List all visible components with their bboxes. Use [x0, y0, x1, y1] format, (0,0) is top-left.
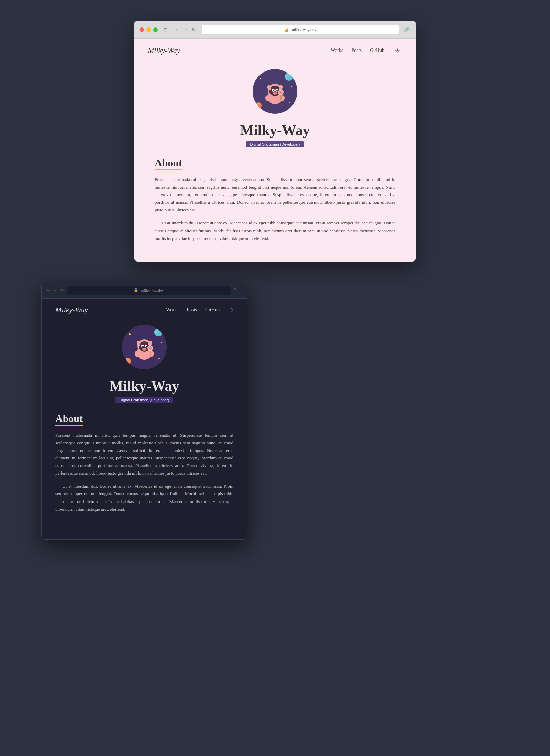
light-about-heading: About — [155, 157, 182, 170]
light-paragraph-1: Praesent malesuada mi nisi, quis tempus … — [155, 176, 395, 214]
dark-nav-posts[interactable]: Posts — [187, 307, 197, 313]
svg-point-5 — [273, 90, 274, 91]
svg-point-14 — [279, 91, 283, 94]
dark-back-button[interactable]: ← — [46, 288, 51, 293]
dark-forward-button[interactable]: → — [53, 288, 57, 293]
dark-paragraph-2: Ut at interdum dui. Donec ut ante ex. Ma… — [55, 482, 233, 513]
light-nav-github[interactable]: GitHub — [370, 48, 384, 53]
dark-browser-window: ← → ↻ 🔒 milky-way.dev ? + Milky-Way Work… — [41, 282, 248, 540]
theme-toggle-dark[interactable]: ☽ — [228, 306, 233, 314]
plus-icon-dark[interactable]: + — [240, 288, 242, 293]
light-site-nav: Milky-Way Works Posts GitHub ☀ — [134, 39, 416, 62]
dark-paragraph-1: Praesent malesuada mi nisi, quis tempus … — [55, 432, 233, 477]
forward-button[interactable]: → — [182, 26, 189, 33]
dark-star-2 — [158, 358, 160, 359]
browser-toolbar-dark: ← → ↻ 🔒 milky-way.dev ? + — [42, 282, 247, 299]
svg-point-29 — [148, 346, 152, 350]
svg-point-21 — [146, 346, 147, 347]
dark-nav-buttons: ← → ↻ — [46, 288, 63, 293]
dark-nav-links: Works Posts GitHub ☽ — [166, 306, 233, 314]
dark-site-logo: Milky-Way — [55, 305, 88, 314]
light-site-main: Milky-Way Digital Craftsman (Developer) … — [134, 62, 416, 262]
dark-planet-1 — [154, 328, 163, 336]
dark-site-title: Milky-Way — [109, 378, 179, 394]
star-decoration-3 — [291, 86, 292, 87]
planet-decoration-2 — [255, 102, 262, 109]
planet-decoration-1 — [285, 73, 293, 81]
light-browser-window: ⊟ ← → ↻ 🔒 milky-way.dev 🔗 Milky-Way Work… — [134, 21, 416, 262]
bookmark-icon[interactable]: 🔗 — [403, 26, 410, 33]
svg-point-6 — [276, 90, 278, 91]
url-bar-dark[interactable]: 🔒 milky-way.dev — [67, 286, 231, 295]
dark-browser-actions: ? + — [234, 288, 242, 293]
dark-subtitle-badge: Digital Craftsman (Developer) — [116, 397, 174, 403]
traffic-lights — [140, 27, 158, 32]
light-site-logo: Milky-Way — [148, 46, 180, 55]
dark-star-1 — [129, 333, 131, 335]
light-nav-links: Works Posts GitHub ☀ — [331, 46, 402, 55]
light-subtitle-badge: Digital Craftsman (Developer) — [246, 141, 304, 147]
dark-avatar-illustration — [129, 332, 160, 363]
dark-nav-github[interactable]: GitHub — [205, 307, 220, 313]
svg-point-7 — [273, 92, 277, 95]
close-button[interactable] — [140, 27, 144, 32]
dark-about-heading: About — [55, 413, 83, 426]
light-avatar — [253, 69, 297, 114]
back-button[interactable]: ← — [174, 26, 181, 33]
dark-site-content: Milky-Way Works Posts GitHub ☽ — [42, 299, 247, 539]
star-decoration-1 — [260, 78, 261, 79]
svg-point-20 — [142, 346, 144, 347]
star-decoration-2 — [289, 102, 290, 103]
url-text-light: milky-way.dev — [292, 27, 317, 32]
question-icon-dark[interactable]: ? — [234, 288, 236, 293]
lock-icon: 🔒 — [284, 27, 289, 32]
minimize-button[interactable] — [146, 27, 151, 32]
browser-nav-buttons: ← → ↻ — [174, 26, 198, 33]
light-nav-posts[interactable]: Posts — [351, 48, 362, 53]
light-site-content: Milky-Way Works Posts GitHub ☀ — [134, 39, 416, 262]
light-paragraph-2: Ut at interdum dui. Donec ut ante ex. Ma… — [155, 219, 395, 242]
avatar-illustration — [260, 76, 290, 107]
light-site-title: Milky-Way — [240, 122, 310, 138]
light-nav-works[interactable]: Works — [331, 48, 343, 53]
sidebar-toggle-icon[interactable]: ⊟ — [162, 26, 169, 33]
dark-planet-2 — [125, 358, 131, 364]
dark-site-nav: Milky-Way Works Posts GitHub ☽ — [42, 299, 247, 321]
dark-site-main: Milky-Way Digital Craftsman (Developer) … — [42, 321, 247, 529]
browser-toolbar-light: ⊟ ← → ↻ 🔒 milky-way.dev 🔗 — [134, 21, 416, 39]
url-text-dark: milky-way.dev — [141, 288, 164, 292]
dark-star-3 — [161, 342, 162, 343]
maximize-button[interactable] — [153, 27, 158, 32]
theme-toggle-light[interactable]: ☀ — [393, 46, 402, 55]
url-bar-light[interactable]: 🔒 milky-way.dev — [202, 25, 399, 34]
lock-icon-dark: 🔒 — [134, 288, 139, 292]
dark-refresh-button[interactable]: ↻ — [59, 288, 63, 293]
dark-avatar — [122, 325, 167, 369]
dark-nav-works[interactable]: Works — [166, 307, 178, 313]
svg-point-22 — [142, 348, 146, 351]
refresh-button[interactable]: ↻ — [190, 26, 198, 33]
